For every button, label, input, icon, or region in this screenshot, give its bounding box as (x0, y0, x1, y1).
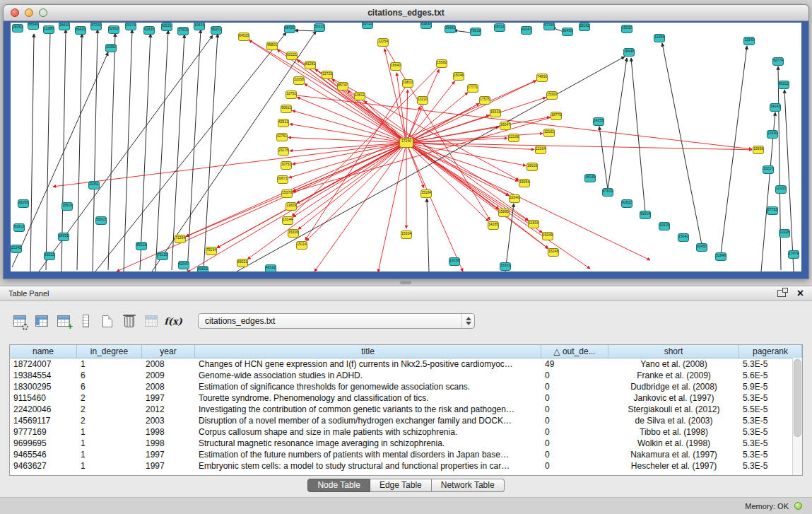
graph-node[interactable]: 28192 (579, 23, 590, 31)
graph-node[interactable]: 15370 (281, 189, 293, 198)
graph-node[interactable]: 28311 (494, 23, 505, 32)
graph-node[interactable]: 86312 (778, 81, 789, 89)
graph-node[interactable]: 30671 (277, 175, 288, 184)
graph-node[interactable]: 14285 (488, 221, 499, 230)
graph-node[interactable]: 96430 (75, 26, 86, 35)
graph-node[interactable]: 21345 (11, 245, 22, 253)
column-header-title[interactable]: title (195, 345, 541, 358)
graph-node[interactable]: 92774 (772, 57, 784, 66)
graph-node[interactable]: 55013 (95, 216, 107, 225)
graph-node[interactable]: 68420 (284, 25, 295, 33)
network-view-canvas[interactable]: 1724022058127519061142512427512317510753… (11, 23, 801, 271)
graph-node[interactable]: 26265 (18, 199, 29, 208)
graph-node[interactable]: 73120 (157, 252, 168, 260)
graph-node[interactable]: 86540 (28, 23, 39, 30)
graph-node[interactable]: 20174 (125, 23, 136, 30)
graph-node[interactable]: 15582 (436, 59, 447, 68)
graph-node[interactable]: 12751 (286, 90, 297, 99)
minimize-window-button[interactable] (25, 8, 33, 17)
graph-node[interactable]: 22058 (293, 76, 305, 85)
graph-node[interactable]: 11454 (654, 34, 665, 42)
graph-node[interactable]: 95013 (136, 242, 147, 250)
graph-node[interactable]: 93021 (161, 23, 172, 31)
graph-node[interactable]: 55723 (362, 23, 373, 29)
graph-node[interactable]: 42512 (278, 119, 289, 127)
graph-node[interactable]: 50123 (314, 23, 325, 32)
column-header-year[interactable]: year (142, 345, 195, 358)
graph-node[interactable]: 15042 (678, 233, 689, 242)
graph-node[interactable]: 23175 (278, 147, 289, 156)
graph-node[interactable]: 74850 (536, 74, 548, 82)
graph-node[interactable]: 59051 (58, 233, 69, 241)
graph-node[interactable]: 15248 (548, 248, 559, 257)
graph-node[interactable]: 27419 (177, 27, 189, 35)
close-window-button[interactable] (11, 8, 19, 17)
graph-node[interactable]: 15954 (519, 179, 530, 187)
graph-node[interactable]: 10753 (281, 161, 292, 170)
graph-node[interactable]: 29481 (445, 25, 456, 33)
graph-node[interactable]: 83021 (237, 259, 248, 267)
graph-node[interactable]: 26810 (59, 23, 70, 30)
tab-network-table[interactable]: Network Table (432, 479, 505, 492)
graph-node[interactable]: 67293 (543, 23, 555, 30)
graph-node[interactable]: 48192 (265, 264, 276, 271)
graph-node[interactable]: 87220 (90, 23, 102, 30)
table-row[interactable]: 1456911722003Disruption of a novel membe… (10, 415, 802, 426)
table-row[interactable]: 977716911998Corpus callosum shape and si… (10, 426, 802, 438)
graph-node[interactable]: 15046 (453, 72, 464, 81)
new-table-button[interactable] (99, 313, 116, 329)
merge-table-button[interactable] (143, 313, 160, 329)
zoom-window-button[interactable] (39, 8, 47, 17)
float-panel-icon[interactable] (777, 290, 786, 297)
graph-node[interactable]: 12723 (322, 71, 333, 79)
graph-node[interactable]: 10038 (449, 257, 460, 266)
table-row[interactable]: 946362711997Embryonic stem cells: a mode… (10, 460, 802, 472)
graph-node[interactable]: 67753 (767, 206, 778, 215)
graph-node[interactable]: 17575 (479, 96, 490, 105)
graph-node[interactable]: 13220 (417, 96, 428, 105)
graph-node[interactable]: 71254 (175, 235, 186, 243)
graph-node[interactable]: 10144 (282, 216, 293, 225)
graph-node[interactable]: 15958 (753, 146, 764, 154)
column-header-in_degree[interactable]: in_degree (77, 345, 142, 358)
table-row[interactable]: 1938455462009Genome-wide association stu… (10, 370, 802, 381)
graph-node[interactable]: 60121 (286, 52, 298, 60)
graph-node[interactable]: 22040 (509, 194, 520, 203)
graph-node[interactable]: 15301 (500, 262, 511, 271)
graph-node[interactable]: 61830 (143, 26, 155, 35)
table-settings-button[interactable] (11, 313, 28, 329)
import-table-button[interactable]: + (55, 313, 72, 329)
graph-node[interactable]: 11028 (779, 229, 790, 238)
window-titlebar[interactable]: citations_edges.txt (4, 5, 808, 21)
column-chooser-button[interactable] (33, 313, 50, 329)
graph-node[interactable]: 15300 (546, 91, 558, 100)
graph-node[interactable]: 11834 (528, 220, 539, 228)
graph-node[interactable]: 14612 (354, 92, 365, 100)
graph-node[interactable]: 16319 (490, 109, 501, 117)
graph-node[interactable]: 67919 (602, 188, 613, 197)
table-scrollbar[interactable] (792, 358, 802, 475)
graph-node[interactable]: 85747 (337, 82, 348, 90)
panel-divider-handle[interactable] (400, 281, 411, 284)
function-builder-button[interactable]: f(x) (165, 313, 182, 329)
graph-node[interactable]: 81281 (305, 61, 316, 69)
graph-node[interactable]: 32161 (543, 129, 555, 137)
table-row[interactable]: 2242004622012Investigating the contribut… (10, 404, 802, 415)
graph-node[interactable]: 90611 (281, 105, 292, 113)
graph-node[interactable]: 93012 (44, 252, 55, 260)
graph-node[interactable]: 36450 (562, 28, 573, 36)
graph-node[interactable]: 81830 (420, 23, 432, 29)
graph-node[interactable]: 52910 (108, 25, 119, 34)
column-header-short[interactable]: short (608, 345, 739, 358)
graph-node[interactable]: 31840 (715, 252, 726, 261)
graph-node[interactable]: 19813 (402, 79, 413, 88)
graph-node[interactable]: 11540 (743, 37, 755, 45)
graph-node[interactable]: 14143 (770, 103, 781, 112)
graph-node[interactable]: 16016 (526, 163, 538, 171)
graph-node[interactable]: 91822 (621, 199, 632, 208)
graph-node[interactable]: 96801 (266, 42, 278, 50)
graph-node[interactable]: 11930 (767, 130, 778, 139)
graph-node[interactable]: 12254 (377, 38, 389, 47)
graph-node[interactable]: 20351 (88, 181, 100, 189)
graph-node[interactable]: 19032 (621, 25, 632, 33)
